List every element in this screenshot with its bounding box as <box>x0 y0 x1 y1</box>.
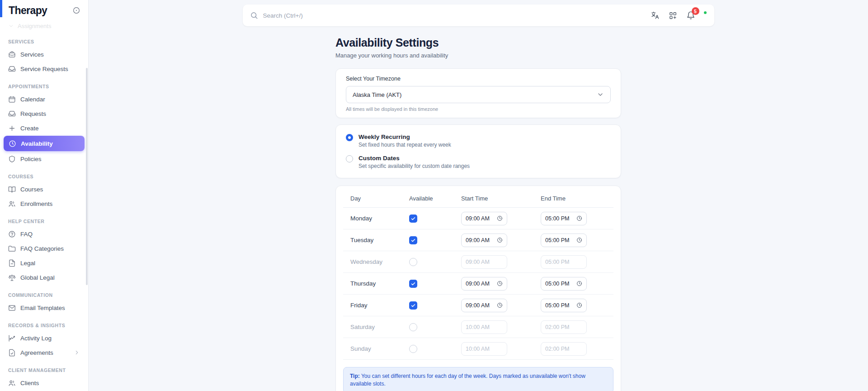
sidebar-item-service-requests[interactable]: Service Requests <box>0 62 88 76</box>
language-button[interactable] <box>651 11 660 20</box>
option-weekly-recurring[interactable]: Weekly Recurring Set fixed hours that re… <box>346 134 611 148</box>
chevron-right-icon <box>74 349 80 356</box>
inbox-icon <box>8 110 16 118</box>
section-header: SERVICES <box>0 39 88 44</box>
sidebar-section-courses: COURSES Courses Enrollments <box>0 174 88 211</box>
end-time-input[interactable] <box>545 237 573 243</box>
start-time-input[interactable] <box>466 215 494 222</box>
sidebar-scrollbar[interactable] <box>86 68 88 285</box>
tip-text: You can set different hours for each day… <box>350 373 585 387</box>
content-column: Availability Settings Manage your workin… <box>335 36 621 391</box>
clock-icon <box>576 302 582 308</box>
clock-icon <box>497 281 503 286</box>
available-checkbox[interactable] <box>409 323 417 331</box>
sidebar-item-email-templates[interactable]: Email Templates <box>0 300 88 315</box>
scales-icon <box>8 274 16 281</box>
sidebar-item-services[interactable]: Services <box>0 47 88 62</box>
column-header-available: Available <box>402 195 454 202</box>
start-time-field[interactable] <box>461 299 507 312</box>
option-custom-dates[interactable]: Custom Dates Set specific availability f… <box>346 155 611 169</box>
chevron-down-icon <box>597 91 604 98</box>
clock-icon <box>9 140 16 148</box>
weekly-schedule-card: Day Available Start Time End Time Monday… <box>335 186 621 391</box>
sidebar-item-agreements[interactable]: Agreements <box>0 345 88 360</box>
option-label: Weekly Recurring <box>359 134 451 140</box>
schedule-row-friday: Friday <box>343 295 613 316</box>
sidebar-item-faq[interactable]: FAQ <box>0 227 88 241</box>
sidebar-item-assignments-faded[interactable]: Assignments <box>0 21 88 31</box>
end-time-input[interactable] <box>545 302 573 309</box>
option-description: Set fixed hours that repeat every week <box>359 142 451 148</box>
sidebar-accent-bar <box>0 0 2 17</box>
sidebar-item-requests[interactable]: Requests <box>0 106 88 121</box>
search-icon <box>250 11 258 19</box>
option-label: Custom Dates <box>359 155 470 162</box>
start-time-input[interactable] <box>466 237 494 243</box>
end-time-field[interactable] <box>541 212 587 225</box>
end-time-input[interactable] <box>545 346 573 352</box>
start-time-input[interactable] <box>466 346 494 352</box>
end-time-field[interactable] <box>541 342 587 356</box>
start-time-field[interactable] <box>461 320 507 334</box>
sidebar-item-courses[interactable]: Courses <box>0 182 88 196</box>
apps-button[interactable] <box>669 11 677 20</box>
start-time-field[interactable] <box>461 342 507 356</box>
top-actions: 5 <box>651 11 707 20</box>
available-checkbox[interactable] <box>409 280 417 288</box>
start-time-input[interactable] <box>466 259 494 265</box>
sidebar-item-enrollments[interactable]: Enrollments <box>0 196 88 211</box>
sidebar-item-policies[interactable]: Policies <box>0 152 88 166</box>
end-time-input[interactable] <box>545 324 573 330</box>
end-time-field[interactable] <box>541 299 587 312</box>
sidebar-item-clients[interactable]: Clients <box>0 376 88 390</box>
sidebar-item-calendar[interactable]: Calendar <box>0 92 88 106</box>
start-time-field[interactable] <box>461 277 507 291</box>
column-header-end-time: End Time <box>533 195 613 202</box>
sidebar-item-legal[interactable]: Legal <box>0 256 88 270</box>
sidebar-toggle-icon[interactable] <box>72 6 80 14</box>
start-time-input[interactable] <box>466 302 494 309</box>
section-header: APPOINTMENTS <box>0 84 88 89</box>
end-time-field[interactable] <box>541 277 587 291</box>
clock-icon <box>576 237 582 243</box>
main-area: 5 Availability Settings Manage your work… <box>89 0 868 391</box>
start-time-input[interactable] <box>466 324 494 330</box>
end-time-field[interactable] <box>541 255 587 269</box>
sidebar-item-create[interactable]: Create <box>0 121 88 135</box>
start-time-field[interactable] <box>461 212 507 225</box>
clock-icon <box>497 237 503 243</box>
search-bar <box>250 11 651 19</box>
option-description: Set specific availability for custom dat… <box>359 163 470 169</box>
schedule-row-tuesday: Tuesday <box>343 229 613 251</box>
available-checkbox[interactable] <box>409 301 417 310</box>
schedule-row-thursday: Thursday <box>343 273 613 295</box>
sidebar-section-communication: COMMUNICATION Email Templates <box>0 292 88 315</box>
end-time-field[interactable] <box>541 320 587 334</box>
schedule-row-saturday: Saturday <box>343 316 613 338</box>
start-time-field[interactable] <box>461 255 507 269</box>
end-time-input[interactable] <box>545 215 573 222</box>
start-time-input[interactable] <box>466 281 494 287</box>
sidebar: Therapy Assignments SERVICES Services Se… <box>0 0 89 391</box>
available-checkbox[interactable] <box>409 345 417 353</box>
available-checkbox[interactable] <box>409 236 417 244</box>
check-icon <box>410 281 416 286</box>
sidebar-item-faq-categories[interactable]: FAQ Categories <box>0 241 88 256</box>
radio-selected-icon[interactable] <box>346 134 353 141</box>
radio-unselected-icon[interactable] <box>346 155 353 162</box>
sidebar-item-availability[interactable]: Availability <box>4 136 85 151</box>
notifications-button[interactable]: 5 <box>686 11 695 20</box>
end-time-input[interactable] <box>545 259 573 265</box>
section-header: RECORDS & INSIGHTS <box>0 323 88 328</box>
sidebar-item-activity-log[interactable]: Activity Log <box>0 331 88 345</box>
start-time-field[interactable] <box>461 234 507 247</box>
search-input[interactable] <box>263 12 651 19</box>
sidebar-item-global-legal[interactable]: Global Legal <box>0 270 88 285</box>
file-icon <box>8 259 16 267</box>
available-checkbox[interactable] <box>409 215 417 223</box>
end-time-field[interactable] <box>541 234 587 247</box>
timezone-select[interactable]: Alaska Time (AKT) <box>346 86 611 103</box>
available-checkbox[interactable] <box>409 258 417 266</box>
check-icon <box>410 216 416 221</box>
end-time-input[interactable] <box>545 281 573 287</box>
